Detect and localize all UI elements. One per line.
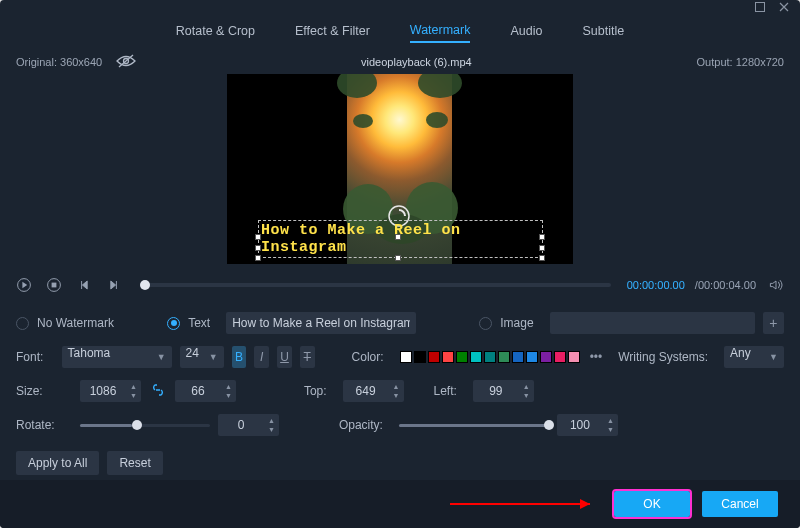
color-swatch[interactable]: [512, 351, 524, 363]
playback-controls: 00:00:00.00/00:00:04.00: [0, 270, 800, 300]
next-frame-icon[interactable]: [104, 275, 124, 295]
volume-icon[interactable]: [766, 275, 786, 295]
original-resolution: Original: 360x640: [16, 56, 102, 68]
color-swatch[interactable]: [484, 351, 496, 363]
watermark-image-input[interactable]: [550, 312, 755, 334]
preview-info-bar: Original: 360x640 videoplayback (6).mp4 …: [0, 50, 800, 74]
opacity-stepper[interactable]: ▲▼: [557, 414, 618, 436]
time-total: /00:00:04.00: [695, 279, 756, 291]
prev-frame-icon[interactable]: [74, 275, 94, 295]
preview-frame[interactable]: How to Make a Reel on Instagram: [227, 74, 573, 264]
left-stepper[interactable]: ▲▼: [473, 380, 534, 402]
width-stepper[interactable]: ▲▼: [80, 380, 141, 402]
font-label: Font:: [16, 350, 46, 364]
italic-button[interactable]: I: [254, 346, 269, 368]
strike-button[interactable]: T: [300, 346, 315, 368]
output-resolution: Output: 1280x720: [697, 56, 784, 68]
opacity-slider[interactable]: [399, 424, 549, 427]
editor-window: Rotate & Crop Effect & Filter Watermark …: [0, 0, 800, 528]
writing-systems-label: Writing Systems:: [618, 350, 708, 364]
underline-button[interactable]: U: [277, 346, 292, 368]
stop-icon[interactable]: [44, 275, 64, 295]
rotate-stepper[interactable]: ▲▼: [218, 414, 279, 436]
watermark-text-input[interactable]: [226, 312, 416, 334]
color-swatch[interactable]: [470, 351, 482, 363]
color-swatch[interactable]: [442, 351, 454, 363]
top-label: Top:: [304, 384, 327, 398]
color-swatch[interactable]: [498, 351, 510, 363]
link-aspect-icon[interactable]: [151, 383, 165, 400]
color-swatch[interactable]: [540, 351, 552, 363]
window-titlebar: [0, 0, 800, 16]
font-size-select[interactable]: 24: [180, 346, 224, 368]
more-colors-icon[interactable]: •••: [590, 350, 603, 364]
color-swatch[interactable]: [554, 351, 566, 363]
maximize-icon[interactable]: [754, 0, 766, 17]
color-swatches[interactable]: [400, 351, 580, 363]
rotate-label: Rotate:: [16, 418, 64, 432]
radio-no-watermark[interactable]: [16, 317, 29, 330]
writing-systems-select[interactable]: Any: [724, 346, 784, 368]
tab-watermark[interactable]: Watermark: [410, 23, 471, 43]
color-swatch[interactable]: [428, 351, 440, 363]
font-family-select[interactable]: Tahoma: [62, 346, 172, 368]
tab-audio[interactable]: Audio: [510, 24, 542, 42]
eye-off-icon[interactable]: [116, 54, 136, 70]
opacity-label: Opacity:: [339, 418, 383, 432]
image-radio-label: Image: [500, 316, 533, 330]
dialog-footer: OK Cancel: [0, 480, 800, 528]
tab-subtitle[interactable]: Subtitle: [582, 24, 624, 42]
color-label: Color:: [352, 350, 384, 364]
video-preview: How to Make a Reel on Instagram: [0, 74, 800, 270]
height-stepper[interactable]: ▲▼: [175, 380, 236, 402]
svg-rect-6: [52, 283, 57, 288]
svg-rect-0: [756, 3, 765, 12]
timeline-slider[interactable]: [140, 283, 611, 287]
bold-button[interactable]: B: [232, 346, 247, 368]
apply-to-all-button[interactable]: Apply to All: [16, 451, 99, 475]
close-icon[interactable]: [778, 0, 790, 17]
color-swatch[interactable]: [456, 351, 468, 363]
ok-button[interactable]: OK: [614, 491, 690, 517]
rotate-slider[interactable]: [80, 424, 210, 427]
tab-rotate-crop[interactable]: Rotate & Crop: [176, 24, 255, 42]
add-image-button[interactable]: +: [763, 312, 784, 334]
size-label: Size:: [16, 384, 64, 398]
editor-tabs: Rotate & Crop Effect & Filter Watermark …: [0, 16, 800, 50]
watermark-panel: No Watermark Text Image + Font: Tahoma▼ …: [0, 300, 800, 478]
radio-image[interactable]: [479, 317, 492, 330]
text-radio-label: Text: [188, 316, 210, 330]
time-current: 00:00:00.00: [627, 279, 685, 291]
filename: videoplayback (6).mp4: [136, 56, 696, 68]
color-swatch[interactable]: [526, 351, 538, 363]
reset-button[interactable]: Reset: [107, 451, 162, 475]
color-swatch[interactable]: [414, 351, 426, 363]
color-swatch[interactable]: [400, 351, 412, 363]
no-watermark-label: No Watermark: [37, 316, 114, 330]
cancel-button[interactable]: Cancel: [702, 491, 778, 517]
radio-text[interactable]: [167, 317, 180, 330]
color-swatch[interactable]: [568, 351, 580, 363]
tab-effect-filter[interactable]: Effect & Filter: [295, 24, 370, 42]
top-stepper[interactable]: ▲▼: [343, 380, 404, 402]
left-label: Left:: [434, 384, 457, 398]
play-icon[interactable]: [14, 275, 34, 295]
